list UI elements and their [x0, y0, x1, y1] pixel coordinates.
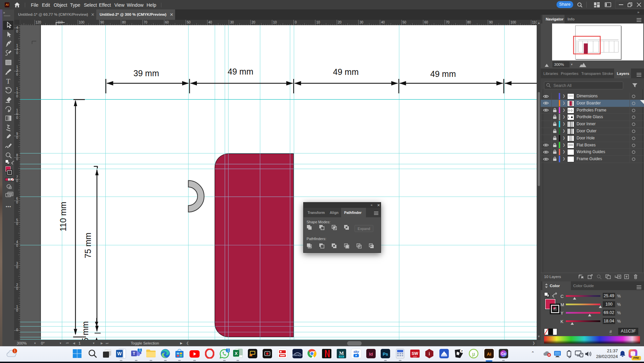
svg-text:4: 4 — [16, 26, 18, 30]
svg-text:3: 3 — [16, 47, 18, 51]
svg-text:50: 50 — [187, 20, 191, 24]
svg-text:60: 60 — [424, 20, 428, 24]
svg-text:2: 2 — [16, 283, 18, 287]
svg-text:110 mm: 110 mm — [58, 202, 68, 231]
svg-text:0: 0 — [16, 287, 18, 290]
svg-text:100: 100 — [511, 20, 516, 24]
svg-text:8: 8 — [16, 153, 18, 157]
svg-text:100: 100 — [79, 20, 85, 24]
svg-text:80: 80 — [467, 20, 471, 24]
svg-text:80: 80 — [122, 20, 126, 24]
svg-text:7: 7 — [16, 175, 18, 179]
svg-text:1: 1 — [16, 91, 18, 94]
svg-text:Ps: Ps — [383, 352, 388, 357]
svg-text:4: 4 — [16, 240, 18, 244]
svg-text:30: 30 — [230, 20, 234, 24]
svg-text:7: 7 — [461, 350, 463, 353]
svg-text:90: 90 — [100, 20, 104, 24]
svg-text:40: 40 — [381, 20, 385, 24]
svg-text:0: 0 — [16, 200, 18, 204]
svg-text:49 mm: 49 mm — [333, 67, 359, 77]
svg-text:0: 0 — [16, 265, 18, 269]
svg-text:1: 1 — [14, 349, 16, 353]
svg-text:Disney+: Disney+ — [292, 354, 302, 357]
svg-text:6: 6 — [16, 197, 18, 200]
svg-text:0: 0 — [16, 30, 18, 33]
svg-text:1: 1 — [227, 349, 229, 352]
svg-text:0: 0 — [16, 309, 18, 312]
svg-text:M: M — [339, 351, 344, 356]
svg-text:90: 90 — [489, 20, 493, 24]
svg-text:50: 50 — [402, 20, 407, 24]
svg-text:i: i — [429, 351, 430, 356]
svg-text:1: 1 — [16, 305, 18, 309]
svg-text:1: 1 — [16, 87, 18, 91]
svg-text:30: 30 — [360, 20, 364, 24]
svg-text:70: 70 — [144, 20, 148, 24]
svg-text:X: X — [235, 351, 238, 356]
svg-text:0: 0 — [16, 136, 18, 139]
svg-text:Co: Co — [501, 352, 505, 356]
svg-text:3: 3 — [16, 262, 18, 265]
svg-text:2024: 2024 — [413, 356, 417, 358]
svg-text:AYA: AYA — [340, 356, 343, 358]
svg-text:20: 20 — [338, 20, 342, 24]
svg-text:10: 10 — [316, 20, 320, 24]
svg-text:0: 0 — [16, 328, 18, 332]
svg-text:110: 110 — [532, 20, 537, 24]
svg-text:SW: SW — [412, 351, 418, 356]
svg-text:Id: Id — [369, 352, 373, 357]
svg-text:49 mm: 49 mm — [228, 67, 253, 76]
svg-text:10: 10 — [273, 20, 277, 24]
svg-text:5: 5 — [16, 218, 18, 222]
svg-text:T: T — [6, 78, 10, 85]
svg-text:0: 0 — [16, 112, 18, 116]
svg-text:1: 1 — [16, 44, 18, 47]
svg-text:2: 2 — [16, 69, 18, 73]
svg-text:0: 0 — [295, 20, 297, 24]
svg-text:0: 0 — [16, 94, 18, 98]
svg-text:20: 20 — [252, 20, 256, 24]
svg-text:5 mm: 5 mm — [80, 321, 90, 340]
svg-text:9: 9 — [16, 132, 18, 136]
svg-text:0: 0 — [16, 116, 18, 120]
svg-text:75 mm: 75 mm — [83, 233, 93, 258]
svg-text:40: 40 — [208, 20, 212, 24]
svg-text:70: 70 — [446, 20, 450, 24]
svg-text:0: 0 — [16, 179, 18, 183]
svg-text:1: 1 — [16, 108, 18, 112]
svg-text:W: W — [117, 351, 122, 356]
svg-text:0: 0 — [16, 73, 18, 76]
svg-text:0: 0 — [16, 244, 18, 247]
svg-text:0: 0 — [16, 157, 18, 161]
svg-text:1: 1 — [16, 65, 18, 69]
svg-text:0: 0 — [16, 222, 18, 226]
svg-text:60: 60 — [165, 20, 169, 24]
svg-text:1: 1 — [139, 349, 141, 352]
svg-text:Ai: Ai — [487, 352, 491, 357]
svg-text:0: 0 — [16, 51, 18, 55]
svg-text:sky: sky — [354, 350, 359, 354]
svg-text:39 mm: 39 mm — [133, 69, 159, 78]
svg-text:µ: µ — [472, 351, 475, 357]
svg-text:T: T — [133, 351, 136, 356]
svg-text:120: 120 — [36, 20, 41, 24]
svg-text:49 mm: 49 mm — [430, 69, 456, 79]
